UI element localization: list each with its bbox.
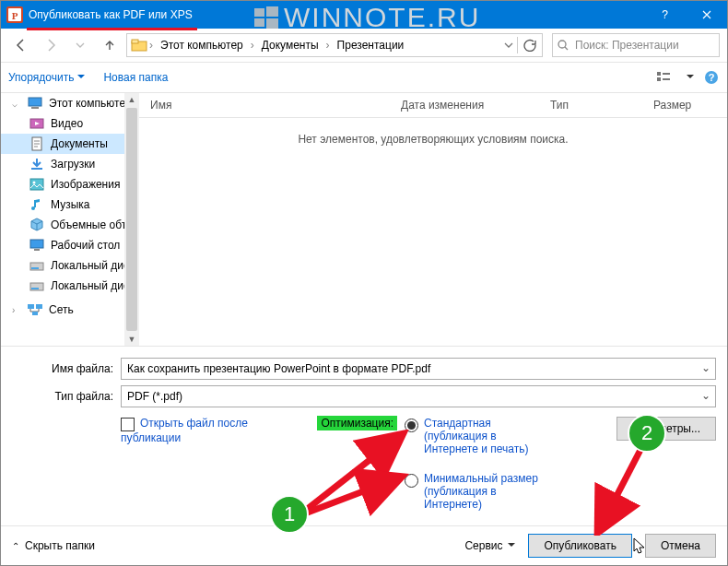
optimization-label: Оптимизация:: [317, 416, 397, 430]
disk-icon: [29, 257, 45, 274]
search-box[interactable]: Поиск: Презентации: [552, 33, 720, 57]
image-icon: [29, 176, 45, 193]
annotation-arrow: [591, 443, 655, 536]
hide-folders[interactable]: ⌃Скрыть папки: [12, 539, 95, 552]
nav-disk-c[interactable]: Локальный дис: [1, 255, 139, 276]
nav-bar: › Этот компьютер › Документы › Презентац…: [1, 29, 727, 63]
svg-rect-11: [657, 77, 661, 81]
up-button[interactable]: [97, 32, 123, 58]
filetype-field[interactable]: PDF (*.pdf)⌄: [121, 385, 716, 407]
svg-point-24: [31, 206, 35, 210]
forward-button[interactable]: [38, 32, 64, 58]
open-after-label: Открыть файл после публикации: [121, 417, 248, 444]
empty-message: Нет элементов, удовлетворяющих условиям …: [139, 118, 727, 346]
svg-rect-33: [32, 312, 38, 315]
svg-rect-26: [34, 249, 40, 251]
col-size[interactable]: Размер: [642, 99, 727, 112]
dropdown-icon[interactable]: ⌄: [699, 388, 713, 403]
music-icon: [29, 196, 45, 213]
svg-line-39: [600, 448, 641, 528]
svg-rect-28: [31, 267, 39, 269]
crumb-presentations[interactable]: Презентации: [332, 39, 410, 52]
svg-point-9: [558, 41, 566, 48]
publish-button[interactable]: Опубликовать: [528, 534, 631, 558]
svg-line-37: [305, 478, 397, 513]
disk-icon: [29, 277, 45, 294]
svg-rect-32: [36, 304, 42, 309]
search-placeholder: Поиск: Презентации: [575, 39, 679, 52]
recent-dropdown[interactable]: [67, 32, 93, 58]
filename-field[interactable]: Как сохранить презентацию PowerPoint в ф…: [121, 358, 716, 380]
network-icon: [27, 301, 43, 318]
svg-rect-12: [663, 73, 670, 75]
nav-scrollbar[interactable]: ▲▼: [124, 93, 139, 346]
toolbar: Упорядочить Новая папка ?: [1, 63, 727, 93]
chevron-right-icon[interactable]: ›: [326, 39, 330, 52]
search-icon: [557, 39, 569, 52]
address-bar[interactable]: › Этот компьютер › Документы › Презентац…: [126, 33, 543, 57]
cancel-button[interactable]: Отмена: [645, 534, 716, 558]
svg-rect-16: [29, 98, 41, 106]
computer-icon: [27, 95, 43, 112]
nav-pictures[interactable]: Изображения: [1, 174, 139, 195]
help-icon[interactable]: ?: [703, 69, 720, 86]
nav-desktop[interactable]: Рабочий стол: [1, 235, 139, 255]
col-type[interactable]: Тип: [539, 99, 642, 112]
app-icon: P: [1, 6, 29, 23]
filename-label: Имя файла:: [12, 362, 121, 375]
folder-icon: [131, 37, 147, 53]
nav-documents[interactable]: Документы: [1, 134, 139, 154]
column-headers: Имя Дата изменения Тип Размер: [139, 93, 727, 118]
close-button[interactable]: [686, 1, 727, 29]
radio-standard-label: Стандартная (публикация в Интернете и пе…: [424, 417, 552, 455]
cursor-icon: [633, 537, 646, 554]
tools-menu[interactable]: Сервис: [464, 539, 515, 552]
filetype-label: Тип файла:: [12, 390, 121, 403]
expand-icon[interactable]: ›: [12, 305, 21, 315]
organize-menu[interactable]: Упорядочить: [8, 71, 85, 84]
svg-rect-22: [30, 179, 43, 190]
nav-disk-d[interactable]: Локальный дис: [1, 276, 139, 296]
view-dropdown[interactable]: [681, 71, 694, 84]
radio-minimum-label: Минимальный размер (публикация в Интерне…: [424, 472, 552, 511]
dropdown-icon[interactable]: ⌄: [699, 360, 713, 375]
nav-music[interactable]: Музыка: [1, 195, 139, 215]
svg-text:P: P: [12, 10, 18, 21]
nav-network[interactable]: › Сеть: [1, 300, 139, 320]
nav-videos[interactable]: Видео: [1, 113, 139, 134]
svg-rect-13: [663, 78, 670, 80]
svg-point-23: [33, 182, 36, 184]
titlebar: P Опубликовать как PDF или XPS ?: [1, 1, 727, 29]
open-after-checkbox[interactable]: [121, 418, 135, 431]
back-button[interactable]: [8, 32, 34, 58]
nav-3d[interactable]: Объемные объ: [1, 215, 139, 235]
window-title: Опубликовать как PDF или XPS: [29, 8, 644, 21]
nav-tree: ⌵ Этот компьютер Видео Документы Загрузк…: [1, 93, 139, 346]
desktop-icon: [29, 237, 45, 254]
chevron-right-icon[interactable]: ›: [251, 39, 254, 52]
view-button[interactable]: [655, 69, 672, 86]
annotation-underline: [27, 28, 197, 30]
annotation-badge-1: 1: [270, 495, 309, 534]
annotation-arrow: [296, 469, 416, 525]
nav-computer[interactable]: ⌵ Этот компьютер: [1, 93, 139, 113]
svg-rect-21: [31, 168, 42, 170]
new-folder-button[interactable]: Новая папка: [103, 71, 168, 84]
chevron-right-icon[interactable]: ›: [149, 39, 153, 52]
help-button[interactable]: ?: [644, 1, 686, 29]
address-dropdown[interactable]: [502, 39, 515, 52]
expand-icon[interactable]: ⌵: [12, 99, 21, 109]
cube-icon: [29, 217, 45, 233]
svg-text:?: ?: [709, 72, 715, 83]
doc-icon: [29, 136, 45, 152]
col-name[interactable]: Имя: [139, 99, 390, 112]
svg-rect-30: [31, 288, 39, 289]
crumb-documents[interactable]: Документы: [256, 39, 324, 52]
crumb-computer[interactable]: Этот компьютер: [155, 39, 249, 52]
nav-downloads[interactable]: Загрузки: [1, 154, 139, 174]
svg-rect-10: [657, 72, 661, 76]
col-modified[interactable]: Дата изменения: [390, 99, 539, 112]
download-icon: [29, 156, 45, 172]
refresh-button[interactable]: [517, 37, 542, 53]
svg-rect-8: [132, 40, 138, 43]
